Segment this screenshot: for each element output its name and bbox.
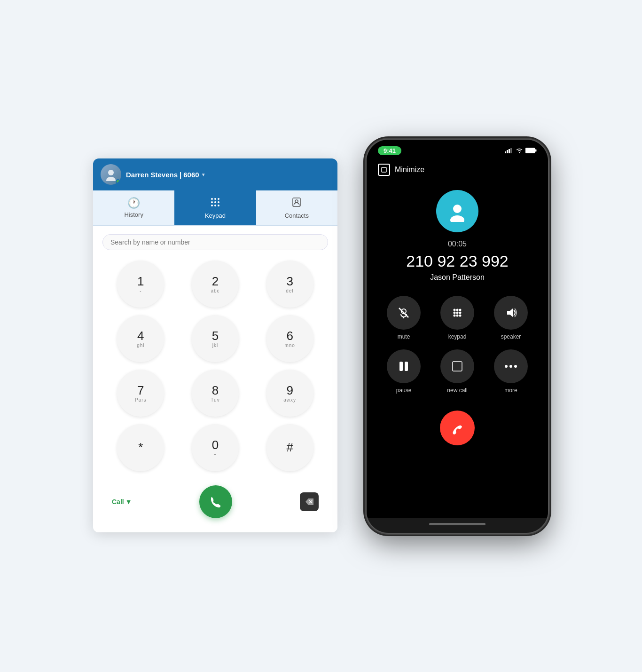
key-num-4: 4	[137, 330, 144, 342]
keypad-icon	[210, 197, 220, 210]
keypad-grid: 1-2abc3def4ghi5jkl6mno7Pars8Tuv9awxy*0+#	[93, 256, 337, 481]
minimize-label: Minimize	[395, 166, 424, 174]
end-call-button[interactable]	[440, 411, 475, 445]
svg-point-8	[211, 205, 213, 206]
tab-history-label: History	[124, 211, 143, 218]
svg-point-33	[454, 314, 456, 316]
key-2[interactable]: 2abc	[192, 261, 239, 308]
call-button[interactable]	[199, 485, 232, 518]
key-6[interactable]: 6mno	[266, 315, 313, 362]
svg-point-7	[218, 201, 219, 203]
key-4[interactable]: 4ghi	[117, 315, 164, 362]
iphone-content: Minimize 00:05 210 92 23 992 Jason Patte…	[367, 159, 548, 518]
speaker-button-wrap: speaker	[488, 296, 534, 340]
tab-keypad[interactable]: Keypad	[174, 190, 256, 225]
key-sub-2: abc	[211, 288, 219, 293]
widget-header: Darren Stevens | 6060 ▼	[93, 158, 337, 190]
key-num-3: 3	[286, 275, 293, 287]
key-num-2: 2	[212, 275, 219, 287]
more-label: more	[504, 387, 517, 394]
more-button[interactable]	[494, 349, 528, 383]
key-3[interactable]: 3def	[266, 261, 313, 308]
tab-bar: 🕐 History Keypad	[93, 190, 337, 226]
svg-rect-20	[535, 150, 537, 152]
search-area	[93, 226, 337, 256]
svg-rect-39	[453, 362, 462, 371]
svg-point-22	[453, 205, 462, 213]
svg-point-9	[214, 205, 216, 206]
minimize-row[interactable]: Minimize	[376, 159, 539, 185]
key-sub-6: mno	[284, 343, 295, 348]
key-7[interactable]: 7Pars	[117, 370, 164, 417]
call-name: Jason Patterson	[376, 273, 539, 282]
svg-point-12	[295, 200, 298, 203]
svg-point-23	[450, 215, 464, 222]
header-user-name: Darren Stevens | 6060 ▼	[126, 171, 206, 179]
keypad-button-wrap: keypad	[434, 296, 480, 340]
keypad-action-label: keypad	[448, 333, 467, 340]
svg-point-3	[214, 198, 216, 200]
key-num-#: #	[286, 441, 293, 453]
user-dropdown-icon[interactable]: ▼	[201, 172, 206, 177]
svg-rect-21	[382, 167, 386, 172]
key-0[interactable]: 0+	[192, 424, 239, 471]
svg-point-5	[211, 201, 213, 203]
status-bar: 9:41	[367, 140, 548, 159]
svg-point-29	[459, 308, 462, 311]
more-button-wrap: more	[488, 349, 534, 394]
tab-history[interactable]: 🕐 History	[93, 190, 174, 225]
call-avatar	[436, 190, 478, 232]
online-indicator	[116, 179, 120, 184]
svg-rect-19	[525, 148, 535, 153]
key-num-5: 5	[212, 330, 219, 342]
key-1[interactable]: 1-	[117, 261, 164, 308]
svg-point-27	[454, 308, 456, 311]
key-num-1: 1	[137, 275, 144, 287]
svg-rect-38	[405, 362, 408, 371]
status-time: 9:41	[378, 146, 401, 155]
call-label[interactable]: Call ▼	[112, 498, 132, 506]
key-num-8: 8	[212, 384, 219, 396]
new-call-button[interactable]	[440, 349, 474, 383]
pause-label: pause	[396, 387, 412, 394]
key-9[interactable]: 9awxy	[266, 370, 313, 417]
svg-point-1	[106, 177, 116, 181]
call-timer: 00:05	[376, 240, 539, 248]
svg-point-0	[108, 170, 114, 175]
svg-marker-36	[507, 308, 513, 317]
svg-rect-18	[510, 148, 512, 153]
speaker-button[interactable]	[494, 296, 528, 330]
key-#[interactable]: #	[266, 424, 313, 471]
svg-point-6	[214, 201, 216, 203]
key-num-0: 0	[212, 439, 219, 451]
svg-point-41	[509, 365, 512, 368]
end-call-wrap	[376, 411, 539, 455]
key-*[interactable]: *	[117, 424, 164, 471]
minimize-icon	[378, 164, 390, 176]
speaker-label: speaker	[501, 333, 521, 340]
svg-rect-17	[509, 149, 510, 153]
call-actions: mute keypad	[376, 296, 539, 394]
search-input-row[interactable]	[102, 234, 328, 250]
tab-contacts[interactable]: Contacts	[256, 190, 337, 225]
pause-button[interactable]	[387, 349, 421, 383]
key-8[interactable]: 8Tuv	[192, 370, 239, 417]
wifi-icon	[516, 148, 523, 153]
delete-button[interactable]	[300, 492, 319, 511]
iphone-shell: 9:41	[366, 139, 549, 534]
svg-point-4	[218, 198, 219, 200]
search-input[interactable]	[110, 238, 320, 246]
call-chevron-icon: ▼	[125, 498, 132, 506]
iphone-keypad-button[interactable]	[440, 296, 474, 330]
key-num-*: *	[138, 441, 143, 453]
svg-point-30	[454, 311, 456, 314]
new-call-button-wrap: new call	[434, 349, 480, 394]
key-5[interactable]: 5jkl	[192, 315, 239, 362]
svg-point-31	[456, 311, 459, 314]
key-sub-8: Tuv	[211, 397, 219, 403]
svg-rect-15	[505, 151, 506, 153]
svg-point-42	[514, 365, 517, 368]
mute-button[interactable]	[387, 296, 421, 330]
mute-button-wrap: mute	[381, 296, 427, 340]
phone-widget: Darren Stevens | 6060 ▼ 🕐 History	[93, 158, 337, 532]
